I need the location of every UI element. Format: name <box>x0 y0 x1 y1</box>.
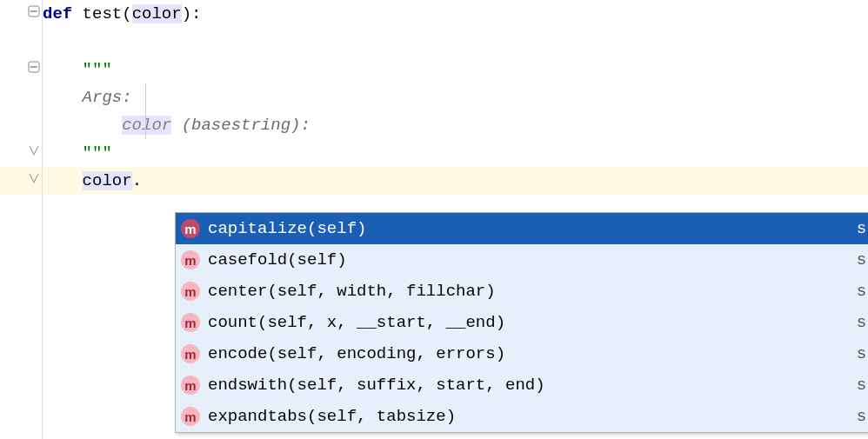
parameter-highlight: color <box>132 4 182 23</box>
code-line <box>43 28 868 56</box>
autocomplete-type: str <box>857 344 868 363</box>
autocomplete-label: endswith(self, suffix, start, end) <box>208 376 857 395</box>
indent-guide <box>145 83 146 139</box>
fold-end-icon[interactable] <box>28 172 40 184</box>
autocomplete-label: encode(self, encoding, errors) <box>208 344 857 363</box>
docstring-indent <box>83 116 123 135</box>
code-text: test( <box>72 4 131 23</box>
docstring-param: color <box>122 116 171 135</box>
gutter-line <box>0 0 42 28</box>
method-icon: m <box>181 407 200 426</box>
docstring-text: (basestring): <box>171 116 310 135</box>
autocomplete-item[interactable]: m expandtabs(self, tabsize) str <box>176 401 868 432</box>
gutter-line <box>0 56 42 83</box>
code-line-current: color. <box>43 167 868 195</box>
gutter-line <box>0 83 42 111</box>
autocomplete-item[interactable]: m casefold(self) str <box>176 244 868 276</box>
docstring-text: Args: <box>83 88 132 107</box>
autocomplete-type: str <box>857 219 868 238</box>
gutter-line <box>0 28 42 56</box>
autocomplete-type: str <box>857 407 868 426</box>
code-line: def test(color): <box>43 0 868 28</box>
code-line: """ <box>43 139 868 167</box>
autocomplete-label: casefold(self) <box>208 250 857 269</box>
code-text: ): <box>182 4 202 23</box>
keyword-def: def <box>43 4 72 23</box>
method-icon: m <box>181 344 200 363</box>
autocomplete-item[interactable]: m encode(self, encoding, errors) str <box>176 338 868 369</box>
autocomplete-type: str <box>857 313 868 332</box>
method-icon: m <box>181 250 200 269</box>
autocomplete-type: str <box>857 376 868 395</box>
autocomplete-item[interactable]: m capitalize(self) str <box>176 213 868 244</box>
variable-highlight: color <box>83 171 132 190</box>
method-icon: m <box>181 313 200 332</box>
autocomplete-label: expandtabs(self, tabsize) <box>208 407 857 426</box>
autocomplete-type: str <box>857 282 868 301</box>
gutter-line <box>0 111 42 139</box>
fold-end-icon[interactable] <box>28 144 40 156</box>
autocomplete-item[interactable]: m count(self, x, __start, __end) str <box>176 307 868 338</box>
autocomplete-list[interactable]: m capitalize(self) str m casefold(self) … <box>176 213 868 432</box>
code-editor: def test(color): """ Args: color (basest… <box>0 0 868 439</box>
gutter-line-current <box>0 167 42 195</box>
method-icon: m <box>181 376 200 395</box>
docstring-quote: """ <box>83 143 112 163</box>
code-text: . <box>132 171 142 190</box>
gutter <box>0 0 43 439</box>
code-line: color (basestring): <box>43 111 868 139</box>
editor-content[interactable]: def test(color): """ Args: color (basest… <box>43 0 868 439</box>
autocomplete-item[interactable]: m endswith(self, suffix, start, end) str <box>176 369 868 401</box>
method-icon: m <box>181 282 200 301</box>
fold-minus-icon[interactable] <box>28 5 40 17</box>
autocomplete-type: str <box>857 250 868 269</box>
fold-minus-icon[interactable] <box>28 61 40 73</box>
method-icon: m <box>181 219 200 238</box>
autocomplete-popup: m capitalize(self) str m casefold(self) … <box>175 212 868 433</box>
autocomplete-item[interactable]: m center(self, width, fillchar) str <box>176 276 868 307</box>
docstring-quote: """ <box>83 60 112 79</box>
autocomplete-label: count(self, x, __start, __end) <box>208 313 857 332</box>
code-line: """ <box>43 56 868 83</box>
autocomplete-label: capitalize(self) <box>208 219 857 238</box>
autocomplete-label: center(self, width, fillchar) <box>208 282 857 301</box>
code-line: Args: <box>43 83 868 111</box>
gutter-line <box>0 139 42 167</box>
